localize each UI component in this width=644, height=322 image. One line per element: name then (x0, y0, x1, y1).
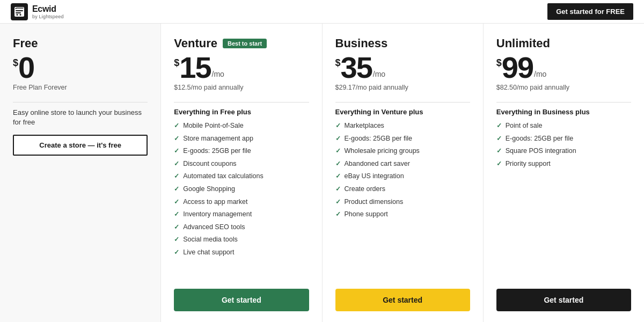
plan-header-business: Business (335, 36, 470, 50)
feature-item: ✓ Automated tax calculations (174, 172, 309, 181)
feature-text: Live chat support (183, 248, 234, 257)
check-icon: ✓ (335, 210, 341, 219)
feature-item: ✓ Priority support (496, 159, 631, 169)
price-dollar-unlimited: $ (496, 58, 502, 68)
price-period-business: /mo (373, 70, 385, 78)
check-icon: ✓ (174, 236, 179, 244)
feature-item: ✓ eBay US integration (335, 172, 470, 181)
feature-item: ✓ Create orders (335, 185, 470, 194)
plan-cta-unlimited[interactable]: Get started (496, 289, 631, 311)
feature-item: ✓ E-goods: 25GB per file (335, 134, 470, 143)
price-annual-free: Free Plan Forever (13, 84, 148, 91)
feature-item: ✓ Google Shopping (174, 185, 309, 194)
feature-text: Abandoned cart saver (345, 159, 410, 168)
price-dollar-free: $ (13, 58, 18, 68)
header-cta-button[interactable]: Get started for FREE (547, 3, 633, 20)
logo: Ecwid by Lightspeed (11, 3, 64, 20)
price-annual-unlimited: $82.50/mo paid annually (496, 84, 631, 91)
feature-item: ✓ Advanced SEO tools (174, 223, 309, 232)
svg-point-4 (20, 14, 21, 16)
feature-text: Mobile Point-of-Sale (183, 121, 244, 130)
feature-text: Access to app market (183, 197, 247, 206)
feature-text: Advanced SEO tools (183, 223, 245, 231)
feature-text: Inventory management (183, 210, 252, 218)
svg-point-3 (17, 14, 18, 16)
price-period-venture: /mo (212, 70, 224, 78)
plan-cta-free[interactable]: Create a store — it's free (13, 135, 148, 156)
plan-cta-venture[interactable]: Get started (174, 289, 309, 311)
price-row-business: $35/mo (335, 53, 470, 83)
feature-item: ✓ Point of sale (496, 121, 631, 130)
feature-item: ✓ Inventory management (174, 210, 309, 219)
plan-name-venture: Venture (174, 36, 217, 50)
feature-text: Create orders (345, 185, 385, 193)
header: Ecwid by Lightspeed Get started for FREE (0, 0, 644, 24)
feature-item: ✓ Access to app market (174, 197, 309, 207)
price-row-venture: $15/mo (174, 53, 309, 83)
plan-name-unlimited: Unlimited (496, 36, 550, 50)
check-icon: ✓ (496, 122, 502, 130)
check-icon: ✓ (335, 135, 341, 143)
features-title-unlimited: Everything in Business plus (496, 108, 631, 116)
plan-tagline-free: Easy online store to launch your busines… (13, 108, 148, 127)
check-icon: ✓ (174, 135, 179, 143)
price-dollar-venture: $ (174, 58, 179, 68)
plan-cta-business[interactable]: Get started (335, 289, 470, 311)
check-icon: ✓ (174, 185, 179, 194)
feature-item: ✓ Phone support (335, 210, 470, 219)
logo-text: Ecwid by Lightspeed (32, 4, 64, 19)
check-icon: ✓ (335, 160, 341, 169)
feature-item: ✓ Live chat support (174, 248, 309, 257)
feature-item: ✓ Square POS integration (496, 147, 631, 156)
check-icon: ✓ (174, 248, 179, 257)
plan-venture: VentureBest to start$15/mo$12.5/mo paid … (161, 24, 322, 322)
svg-rect-1 (16, 10, 23, 11)
price-annual-venture: $12.5/mo paid annually (174, 84, 309, 91)
feature-item: ✓ E-goods: 25GB per file (174, 147, 309, 156)
logo-icon (11, 3, 28, 20)
feature-item: ✓ Store management app (174, 134, 309, 143)
check-icon: ✓ (335, 185, 341, 194)
price-period-unlimited: /mo (534, 70, 546, 78)
feature-text: E-goods: 25GB per file (183, 147, 251, 155)
price-row-unlimited: $99/mo (496, 53, 631, 83)
pricing-container: Free$0Free Plan ForeverEasy online store… (0, 24, 644, 322)
check-icon: ✓ (174, 223, 179, 232)
features-title-venture: Everything in Free plus (174, 108, 309, 116)
feature-text: Wholesale pricing groups (345, 147, 420, 155)
check-icon: ✓ (174, 122, 179, 130)
price-row-free: $0 (13, 53, 148, 83)
features-list-unlimited: ✓ Point of sale ✓ E-goods: 25GB per file… (496, 121, 631, 289)
check-icon: ✓ (335, 147, 341, 156)
divider-venture (174, 102, 309, 103)
check-icon: ✓ (335, 198, 341, 207)
feature-text: Social media tools (183, 235, 237, 244)
price-amount-business: 35 (341, 53, 372, 83)
badge-best-venture: Best to start (223, 39, 267, 48)
plan-business: Business$35/mo$29.17/mo paid annuallyEve… (323, 24, 484, 322)
feature-item: ✓ E-goods: 25GB per file (496, 134, 631, 143)
price-dollar-business: $ (335, 58, 341, 68)
feature-text: Marketplaces (345, 121, 384, 130)
feature-item: ✓ Wholesale pricing groups (335, 147, 470, 156)
feature-text: E-goods: 25GB per file (506, 134, 573, 143)
feature-text: Store management app (183, 134, 253, 143)
check-icon: ✓ (335, 172, 341, 181)
logo-sub-text: by Lightspeed (32, 14, 64, 19)
price-annual-business: $29.17/mo paid annually (335, 84, 470, 91)
plan-name-business: Business (335, 36, 388, 50)
price-amount-unlimited: 99 (502, 53, 533, 83)
feature-text: Google Shopping (183, 185, 235, 193)
feature-text: Point of sale (506, 121, 543, 130)
plan-header-unlimited: Unlimited (496, 36, 631, 50)
plan-header-venture: VentureBest to start (174, 36, 309, 50)
plan-unlimited: Unlimited$99/mo$82.50/mo paid annuallyEv… (484, 24, 644, 322)
plan-name-free: Free (13, 36, 38, 50)
divider-unlimited (496, 102, 631, 103)
feature-item: ✓ Social media tools (174, 235, 309, 244)
feature-text: Phone support (345, 210, 388, 218)
features-list-venture: ✓ Mobile Point-of-Sale ✓ Store managemen… (174, 121, 309, 289)
feature-text: Discount coupons (183, 159, 236, 168)
feature-item: ✓ Discount coupons (174, 159, 309, 169)
check-icon: ✓ (496, 147, 502, 156)
